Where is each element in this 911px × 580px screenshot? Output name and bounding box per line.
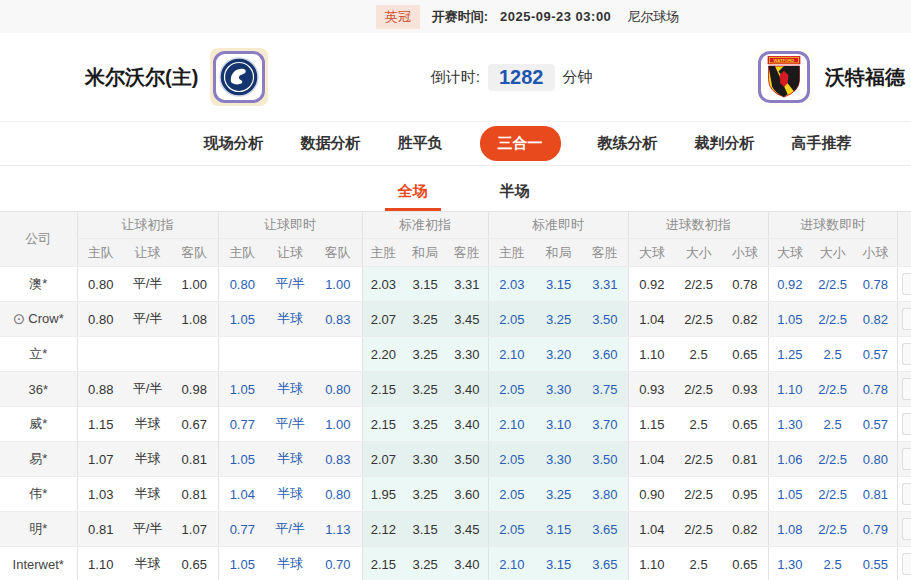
odds-cell: 0.65 <box>722 547 768 580</box>
odds-cell: 0.80 <box>854 442 897 477</box>
odds-cell: 平/半 <box>124 512 171 547</box>
odds-subcolumn-header: 主队 <box>77 239 124 267</box>
odds-cell: 0.78 <box>722 267 768 302</box>
odds-cell: 2/2.5 <box>811 477 854 512</box>
odds-cell: 平/半 <box>124 267 171 302</box>
odds-subcolumn-header: 主胜 <box>362 239 404 267</box>
odds-cell: 0.77 <box>218 512 266 547</box>
odds-cell: 2.5 <box>675 407 722 442</box>
odds-cell: 1.05 <box>768 477 811 512</box>
odds-cell: 半球 <box>266 477 314 512</box>
odds-cell: 3.25 <box>404 337 446 372</box>
odds-group-header: 标准即时 <box>488 212 628 239</box>
odds-cell: 0.81 <box>722 442 768 477</box>
odds-cell: 0.67 <box>171 407 218 442</box>
odds-cell: 1.05 <box>218 442 266 477</box>
cutoff-cell <box>897 407 911 442</box>
odds-cell: 2.5 <box>675 547 722 580</box>
odds-cell <box>218 337 266 372</box>
company-name-cell[interactable]: 立* <box>0 337 77 372</box>
odds-cell: 1.10 <box>628 547 675 580</box>
odds-cell: 1.04 <box>628 302 675 337</box>
odds-subcolumn-header: 客队 <box>314 239 362 267</box>
nav-tab[interactable]: 教练分析 <box>598 134 658 153</box>
odds-cell: 0.80 <box>314 477 362 512</box>
odds-cell: 0.78 <box>854 372 897 407</box>
odds-subcolumn-header: 主队 <box>218 239 266 267</box>
nav-tab[interactable]: 数据分析 <box>301 134 361 153</box>
odds-row: 威*1.15半球0.670.77平/半1.002.153.253.402.103… <box>0 407 911 442</box>
odds-cell: 3.40 <box>446 547 488 580</box>
odds-row: 36*0.88平/半0.981.05半球0.802.153.253.402.05… <box>0 372 911 407</box>
nav-tab[interactable]: 三合一 <box>480 126 561 161</box>
odds-row: 明*0.81平/半1.070.77平/半1.132.123.153.452.05… <box>0 512 911 547</box>
odds-row: 澳*0.80平/半1.000.80平/半1.002.033.153.312.03… <box>0 267 911 302</box>
company-name-cell[interactable]: ⊙Crow* <box>0 302 77 337</box>
odds-cell: 3.50 <box>582 302 628 337</box>
cutoff-button-edge <box>902 413 911 435</box>
cutoff-button-edge <box>902 518 911 540</box>
nav-bar: 现场分析数据分析胜平负三合一教练分析裁判分析高手推荐 <box>0 122 911 166</box>
odds-cell: 平/半 <box>266 407 314 442</box>
odds-cell: 平/半 <box>266 512 314 547</box>
odds-cell: 3.15 <box>404 267 446 302</box>
odds-cell: 0.57 <box>854 407 897 442</box>
odds-cell: 3.45 <box>446 302 488 337</box>
target-icon: ⊙ <box>13 310 26 327</box>
league-badge: 英冠 <box>376 5 420 29</box>
odds-cell: 1.00 <box>314 267 362 302</box>
company-name-cell[interactable]: 威* <box>0 407 77 442</box>
odds-cell: 半球 <box>124 547 171 580</box>
odds-cell: 1.10 <box>77 547 124 580</box>
cutoff-cell <box>897 547 911 580</box>
odds-subcolumn-header: 小球 <box>854 239 897 267</box>
odds-cell: 3.80 <box>582 477 628 512</box>
nav-tab[interactable]: 裁判分析 <box>695 134 755 153</box>
odds-cell: 2/2.5 <box>811 267 854 302</box>
odds-cell: 3.30 <box>404 442 446 477</box>
odds-cell: 1.30 <box>768 547 811 580</box>
odds-cell: 平/半 <box>124 372 171 407</box>
company-name-cell[interactable]: 澳* <box>0 267 77 302</box>
nav-tab[interactable]: 胜平负 <box>398 134 443 153</box>
odds-cell: 0.81 <box>171 442 218 477</box>
odds-cell: 0.82 <box>722 302 768 337</box>
nav-tab[interactable]: 现场分析 <box>204 134 264 153</box>
company-name-cell[interactable]: 易* <box>0 442 77 477</box>
odds-cell: 3.40 <box>446 372 488 407</box>
company-name-cell[interactable]: 36* <box>0 372 77 407</box>
odds-table: 公司让球初指让球即时标准初指标准即时进球数初指进球数即时主队让球客队主队让球客队… <box>0 211 911 580</box>
period-tab[interactable]: 半场 <box>487 171 543 211</box>
odds-cell: 2/2.5 <box>675 372 722 407</box>
company-name-cell[interactable]: 伟* <box>0 477 77 512</box>
odds-subcolumn-header: 客队 <box>171 239 218 267</box>
odds-group-header: 让球初指 <box>77 212 218 239</box>
cutoff-column-header <box>897 212 911 267</box>
odds-cell: 0.93 <box>628 372 675 407</box>
odds-cell: 2/2.5 <box>675 512 722 547</box>
odds-cell: 1.05 <box>218 302 266 337</box>
period-tab[interactable]: 全场 <box>385 171 441 211</box>
period-tabs-bar: 全场半场 <box>0 166 911 211</box>
odds-cell: 3.25 <box>535 302 582 337</box>
odds-cell: 半球 <box>266 547 314 580</box>
odds-cell: 0.80 <box>218 267 266 302</box>
odds-cell: 1.13 <box>314 512 362 547</box>
nav-tab[interactable]: 高手推荐 <box>792 134 852 153</box>
odds-cell: 0.90 <box>628 477 675 512</box>
home-team-logo <box>210 48 268 106</box>
odds-cell: 2/2.5 <box>811 372 854 407</box>
company-name-cell[interactable]: 明* <box>0 512 77 547</box>
odds-cell: 2.5 <box>811 407 854 442</box>
odds-cell: 3.45 <box>446 512 488 547</box>
millwall-crest-icon <box>213 51 265 103</box>
odds-cell: 3.25 <box>404 407 446 442</box>
odds-cell: 1.10 <box>628 337 675 372</box>
odds-cell: 0.78 <box>854 267 897 302</box>
odds-cell: 3.15 <box>404 512 446 547</box>
odds-cell <box>266 337 314 372</box>
company-name-cell[interactable]: Interwet* <box>0 547 77 580</box>
odds-cell: 3.65 <box>582 512 628 547</box>
odds-cell: 0.88 <box>77 372 124 407</box>
cutoff-cell <box>897 267 911 302</box>
